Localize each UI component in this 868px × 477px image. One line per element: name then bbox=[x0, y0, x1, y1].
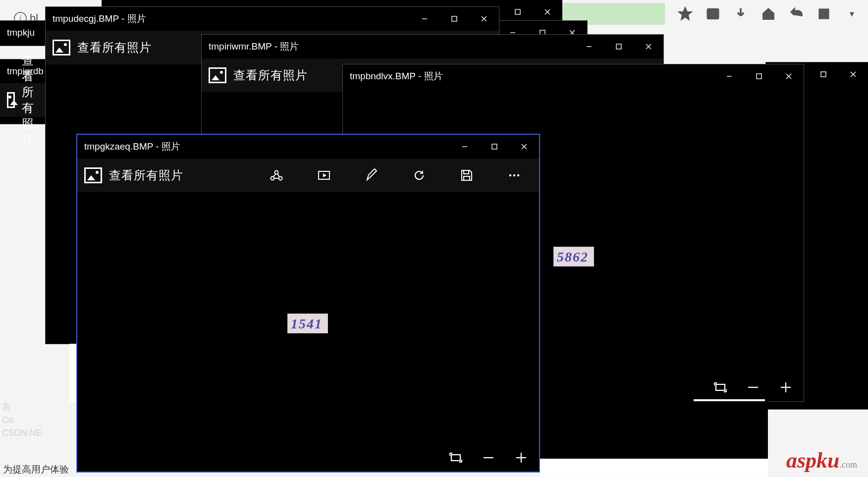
svg-line-42 bbox=[273, 174, 275, 177]
aspku-logo: aspku.com bbox=[786, 448, 857, 473]
window-tmpgkzaeq: tmpgkzaeq.BMP - 照片 查看所有照片 1541 bbox=[77, 135, 539, 472]
svg-line-43 bbox=[277, 174, 279, 177]
bg-text-line2: Co bbox=[2, 415, 13, 425]
close-button[interactable] bbox=[533, 0, 562, 24]
more-icon[interactable] bbox=[506, 167, 522, 183]
maximize-button[interactable] bbox=[439, 7, 469, 31]
view-all-photos[interactable]: 查看所有照片 bbox=[84, 167, 183, 183]
svg-point-40 bbox=[271, 177, 274, 180]
view-all-label: 查看所有照片 bbox=[77, 40, 152, 55]
close-button[interactable] bbox=[634, 35, 663, 58]
minimize-button[interactable] bbox=[714, 64, 744, 88]
zoom-out-icon[interactable] bbox=[482, 451, 495, 465]
bg-text-line1: 京 bbox=[2, 401, 11, 413]
minimize-button[interactable] bbox=[410, 7, 439, 31]
rotate-icon[interactable] bbox=[411, 167, 427, 183]
view-all-label: 查看所有照片 bbox=[109, 167, 183, 183]
download-icon[interactable] bbox=[733, 6, 748, 21]
svg-rect-20 bbox=[616, 44, 621, 49]
svg-rect-24 bbox=[757, 74, 761, 79]
svg-rect-13 bbox=[452, 16, 457, 21]
svg-rect-48 bbox=[464, 170, 469, 174]
window-title: tmpiriwmr.BMP - 照片 bbox=[209, 40, 299, 53]
fit-icon[interactable] bbox=[713, 380, 727, 394]
view-all-photos[interactable]: 查看所有照片 bbox=[209, 67, 308, 83]
svg-marker-46 bbox=[323, 173, 326, 177]
maximize-button[interactable] bbox=[744, 64, 774, 88]
bookmark-star-icon[interactable] bbox=[678, 6, 693, 21]
undo-icon[interactable] bbox=[789, 6, 804, 21]
fit-icon[interactable] bbox=[449, 451, 463, 465]
svg-rect-53 bbox=[451, 455, 460, 461]
svg-point-51 bbox=[513, 174, 515, 176]
zoom-out-icon[interactable] bbox=[746, 380, 760, 394]
maximize-button[interactable] bbox=[503, 0, 533, 24]
svg-rect-49 bbox=[464, 176, 470, 180]
photo-icon bbox=[7, 92, 15, 108]
edit-icon[interactable] bbox=[364, 167, 380, 183]
maximize-button[interactable] bbox=[480, 135, 509, 159]
logo-suffix: .com bbox=[840, 460, 858, 470]
svg-rect-16 bbox=[821, 72, 826, 77]
window-title: tmpkju bbox=[7, 27, 35, 38]
sync-icon[interactable] bbox=[816, 6, 831, 21]
svg-rect-27 bbox=[716, 384, 725, 390]
svg-rect-3 bbox=[819, 9, 829, 19]
bg-text-line3: CSDN.NE bbox=[2, 428, 42, 438]
logo-main: aspku bbox=[786, 448, 840, 473]
minimize-button[interactable] bbox=[574, 35, 604, 58]
photo-icon bbox=[209, 67, 226, 83]
close-button[interactable] bbox=[509, 135, 539, 159]
photo-icon bbox=[84, 167, 102, 183]
svg-point-50 bbox=[509, 174, 511, 176]
view-all-label: 查看所有照片 bbox=[22, 53, 46, 148]
view-all-photos[interactable]: 查看所有照片 bbox=[53, 40, 152, 55]
window-title: tmpudecgj.BMP - 照片 bbox=[53, 12, 146, 25]
close-button[interactable] bbox=[774, 64, 804, 88]
svg-rect-5 bbox=[515, 9, 520, 14]
svg-rect-36 bbox=[492, 144, 497, 149]
close-button[interactable] bbox=[838, 62, 868, 86]
minimize-button[interactable] bbox=[450, 135, 480, 159]
zoom-in-icon[interactable] bbox=[514, 451, 528, 465]
home-icon[interactable] bbox=[761, 6, 776, 21]
svg-point-52 bbox=[517, 174, 519, 176]
maximize-button[interactable] bbox=[809, 62, 838, 86]
zoom-in-icon[interactable] bbox=[779, 380, 793, 394]
captcha-value: 1541 bbox=[287, 314, 328, 333]
more-dropdown-icon[interactable]: ▾ bbox=[844, 6, 859, 21]
photo-icon bbox=[53, 40, 70, 55]
save-icon[interactable] bbox=[459, 167, 475, 183]
svg-marker-47 bbox=[420, 170, 423, 174]
maximize-button[interactable] bbox=[604, 35, 634, 58]
window-title: tmpbndlvx.BMP - 照片 bbox=[350, 70, 443, 83]
captcha-value: 5862 bbox=[553, 247, 594, 266]
bottom-tip-text: 为提高用户体验 bbox=[3, 463, 69, 476]
share-icon[interactable] bbox=[269, 167, 284, 183]
svg-point-41 bbox=[279, 177, 282, 180]
window-title: tmpgkzaeq.BMP - 照片 bbox=[84, 140, 180, 153]
slideshow-icon[interactable] bbox=[316, 167, 332, 183]
reader-icon[interactable] bbox=[705, 6, 720, 21]
close-button[interactable] bbox=[469, 7, 499, 31]
view-all-label: 查看所有照片 bbox=[233, 67, 308, 83]
svg-point-39 bbox=[275, 171, 278, 174]
view-all-photos[interactable]: 查看所有照片 bbox=[7, 53, 46, 148]
window-tmpiqrdb: tmpiqrdb 查看所有照片 bbox=[0, 59, 46, 124]
